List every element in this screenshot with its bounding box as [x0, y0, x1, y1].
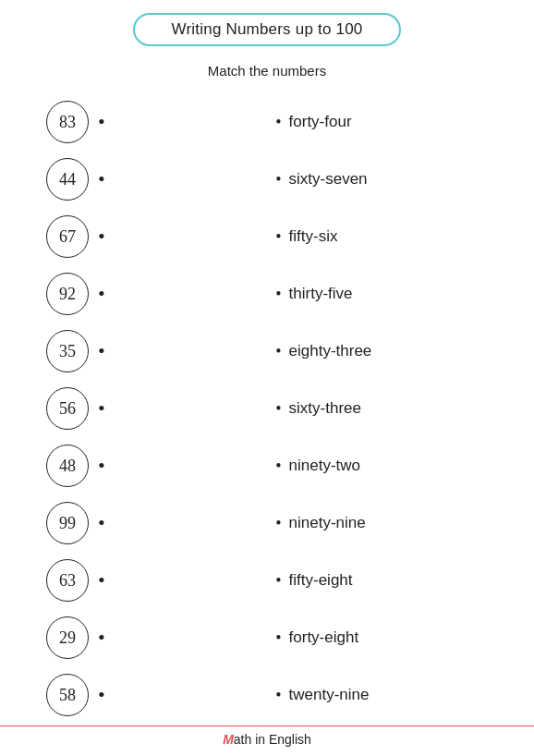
page-title: Writing Numbers up to 100 [172, 20, 363, 38]
footer: Math in English [0, 726, 534, 747]
bullet-icon: • [275, 285, 281, 304]
dot-left: • [98, 167, 105, 191]
number-circle: 48 [46, 445, 89, 487]
bullet-icon: • [275, 113, 281, 132]
bullet-icon: • [275, 457, 281, 476]
match-row: 67 • • fifty-six [18, 208, 516, 265]
number-circle: 99 [46, 502, 89, 544]
right-side: • forty-four [257, 113, 516, 132]
left-side: 99 • [18, 502, 257, 544]
right-side: • sixty-seven [257, 170, 516, 189]
footer-text: Math in English [223, 732, 311, 747]
match-row: 63 • • fifty-eight [18, 552, 516, 609]
match-area: 83 • • forty-four 44 • • sixty-seven 67 … [18, 93, 516, 724]
number-circle: 29 [46, 616, 89, 659]
word-text: twenty-nine [289, 686, 370, 704]
number-circle: 67 [46, 215, 89, 258]
right-side: • thirty-five [257, 285, 516, 304]
dot-left: • [98, 683, 105, 707]
left-side: 92 • [18, 273, 257, 315]
match-row: 83 • • forty-four [18, 93, 516, 151]
number-circle: 58 [46, 674, 89, 716]
number-circle: 92 [46, 273, 89, 315]
right-side: • ninety-nine [257, 514, 516, 533]
dot-left: • [98, 454, 105, 478]
left-side: 63 • [18, 559, 257, 602]
footer-m: M [223, 732, 234, 747]
bullet-icon: • [275, 686, 281, 705]
bullet-icon: • [275, 571, 281, 591]
subtitle: Match the numbers [208, 63, 326, 79]
word-text: ninety-two [289, 457, 360, 475]
right-side: • fifty-six [257, 227, 516, 247]
page-container: Writing Numbers up to 100 Match the numb… [0, 0, 534, 756]
bullet-icon: • [275, 628, 281, 648]
dot-left: • [98, 511, 105, 535]
number-circle: 83 [46, 101, 89, 143]
dot-left: • [98, 225, 105, 249]
left-side: 35 • [18, 330, 257, 372]
left-side: 29 • [18, 616, 257, 659]
word-text: sixty-seven [289, 170, 368, 189]
bullet-icon: • [275, 170, 281, 189]
match-row: 99 • • ninety-nine [18, 494, 516, 552]
word-text: eighty-three [289, 342, 372, 360]
left-side: 48 • [18, 445, 257, 487]
word-text: thirty-five [289, 285, 353, 303]
left-side: 56 • [18, 387, 257, 430]
word-text: forty-eight [289, 628, 359, 647]
match-row: 48 • • ninety-two [18, 437, 516, 494]
match-row: 58 • • twenty-nine [18, 666, 516, 724]
dot-left: • [98, 282, 105, 306]
word-text: ninety-nine [289, 514, 366, 532]
word-text: fifty-six [289, 227, 338, 246]
bullet-icon: • [275, 227, 281, 247]
dot-left: • [98, 110, 105, 134]
word-text: forty-four [289, 113, 352, 131]
left-side: 44 • [18, 158, 257, 201]
match-row: 92 • • thirty-five [18, 265, 516, 323]
left-side: 58 • [18, 674, 257, 716]
bullet-icon: • [275, 342, 281, 361]
word-text: fifty-eight [289, 571, 353, 590]
number-circle: 44 [46, 158, 89, 201]
match-row: 44 • • sixty-seven [18, 151, 516, 208]
right-side: • twenty-nine [257, 686, 516, 705]
dot-left: • [98, 568, 105, 592]
number-circle: 35 [46, 330, 89, 372]
word-text: sixty-three [289, 399, 361, 418]
dot-left: • [98, 396, 105, 421]
left-side: 83 • [18, 101, 257, 143]
dot-left: • [98, 626, 105, 650]
right-side: • forty-eight [257, 628, 516, 648]
right-side: • eighty-three [257, 342, 516, 361]
footer-rest: ath in English [234, 732, 311, 747]
number-circle: 63 [46, 559, 89, 602]
match-row: 35 • • eighty-three [18, 323, 516, 380]
bullet-icon: • [275, 399, 281, 419]
match-row: 29 • • forty-eight [18, 609, 516, 666]
bullet-icon: • [275, 514, 281, 533]
match-row: 56 • • sixty-three [18, 380, 516, 437]
dot-left: • [98, 339, 105, 363]
right-side: • fifty-eight [257, 571, 516, 591]
right-side: • ninety-two [257, 457, 516, 476]
left-side: 67 • [18, 215, 257, 258]
title-box: Writing Numbers up to 100 [133, 13, 402, 46]
right-side: • sixty-three [257, 399, 516, 419]
number-circle: 56 [46, 387, 89, 430]
